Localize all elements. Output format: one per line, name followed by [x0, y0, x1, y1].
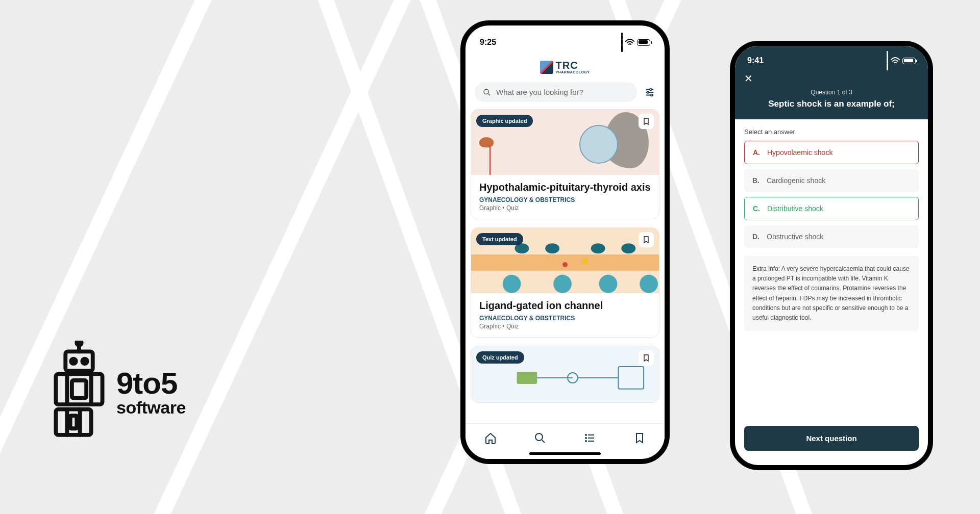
card-meta: Graphic • Quiz: [479, 204, 651, 212]
company-name: 9to5: [116, 366, 186, 401]
svg-point-43: [585, 438, 586, 439]
content-feed[interactable]: Graphic updated Hypothalamic-pituitary-t…: [465, 109, 665, 420]
filter-icon[interactable]: [644, 87, 655, 98]
svg-point-2: [82, 359, 87, 364]
update-badge: Text updated: [476, 233, 523, 245]
svg-line-38: [542, 440, 545, 443]
answer-letter: D.: [752, 233, 760, 241]
bookmark-button[interactable]: [639, 114, 654, 129]
answer-option[interactable]: C. Distributive shock: [744, 197, 919, 220]
card-title: Ligand-gated ion channel: [479, 299, 651, 312]
answer-text: Distributive shock: [767, 204, 823, 213]
card-graphic: Graphic updated: [471, 110, 659, 175]
svg-point-25: [621, 243, 635, 253]
answer-text: Obstructive shock: [767, 233, 823, 241]
card-category: GYNAECOLOGY & OBSTETRICS: [479, 315, 651, 322]
status-time: 9:25: [480, 38, 496, 47]
card-category: GYNAECOLOGY & OBSTETRICS: [479, 196, 651, 203]
svg-rect-9: [56, 409, 91, 435]
status-icons: [887, 51, 916, 70]
answer-list: A. Hypovolaemic shock B. Cardiogenic sho…: [735, 141, 928, 248]
next-question-button[interactable]: Next question: [744, 426, 919, 451]
update-badge: Quiz updated: [476, 351, 524, 364]
trc-mark-icon: [540, 61, 553, 74]
close-button[interactable]: ✕: [744, 72, 753, 85]
svg-point-42: [585, 434, 586, 435]
app-header: TRC PHARMACOLOGY: [465, 55, 665, 82]
update-badge: Graphic updated: [476, 115, 533, 127]
svg-point-29: [640, 275, 658, 293]
content-card[interactable]: Text updated Ligand-gated ion channel GY…: [471, 227, 659, 338]
company-subtitle: software: [116, 398, 186, 418]
phone-home-screen: 9:25 TRC PHARMACOLOGY What are you looki…: [460, 20, 670, 464]
card-graphic: Quiz updated: [471, 346, 659, 402]
home-icon[interactable]: [484, 432, 497, 444]
bookmark-icon: [642, 354, 650, 362]
search-input[interactable]: What are you looking for?: [475, 82, 637, 102]
bookmark-button[interactable]: [639, 350, 654, 366]
svg-line-14: [488, 93, 490, 95]
signal-icon: [887, 51, 888, 70]
svg-point-24: [591, 243, 605, 253]
answer-text: Cardiogenic shock: [767, 176, 825, 185]
svg-point-31: [583, 259, 588, 264]
wifi-icon: [891, 57, 900, 64]
search-tab-icon[interactable]: [534, 432, 546, 444]
answer-text: Hypovolaemic shock: [767, 148, 832, 157]
svg-rect-12: [70, 416, 77, 428]
company-logo: 9to5 software: [51, 341, 186, 443]
svg-point-20: [651, 94, 653, 96]
svg-point-16: [650, 88, 652, 90]
answer-option[interactable]: D. Obstructive shock: [744, 225, 919, 248]
status-icons: [621, 33, 650, 52]
extra-info-box: Extra info: A very severe hypercalcaemia…: [744, 256, 919, 331]
wifi-icon: [625, 39, 634, 46]
select-answer-label: Select an answer: [735, 121, 928, 141]
brand-subtitle: PHARMACOLOGY: [555, 70, 590, 74]
status-bar: 9:41: [744, 49, 919, 71]
content-card[interactable]: Graphic updated Hypothalamic-pituitary-t…: [471, 109, 659, 219]
svg-point-4: [77, 341, 81, 345]
content-card[interactable]: Quiz updated: [471, 346, 659, 403]
answer-letter: A.: [753, 148, 760, 157]
question-title: Septic shock is an example of;: [744, 99, 919, 109]
answer-letter: B.: [752, 176, 760, 185]
svg-point-18: [647, 91, 649, 93]
battery-icon: [637, 39, 650, 46]
bookmarks-tab-icon[interactable]: [633, 432, 646, 444]
bookmark-button[interactable]: [639, 232, 654, 247]
svg-point-44: [585, 441, 586, 442]
search-icon: [483, 88, 491, 96]
svg-rect-36: [618, 367, 644, 389]
search-placeholder: What are you looking for?: [496, 88, 583, 96]
svg-point-28: [599, 275, 618, 293]
signal-icon: [621, 33, 623, 52]
svg-point-26: [503, 275, 521, 293]
svg-point-1: [71, 359, 76, 364]
question-counter: Question 1 of 3: [744, 89, 919, 96]
app-logo: TRC PHARMACOLOGY: [465, 60, 665, 74]
answer-option[interactable]: B. Cardiogenic shock: [744, 169, 919, 192]
svg-point-37: [535, 433, 543, 441]
battery-icon: [902, 58, 916, 64]
svg-point-23: [545, 243, 559, 253]
answer-letter: C.: [753, 204, 760, 213]
phone-quiz-screen: 9:41 ✕ Question 1 of 3 Septic shock is a…: [730, 41, 933, 470]
svg-point-27: [553, 275, 572, 293]
svg-point-30: [562, 262, 568, 267]
bookmark-icon: [642, 117, 650, 125]
bookmark-icon: [642, 236, 650, 244]
home-indicator[interactable]: [529, 452, 601, 455]
card-graphic: Text updated: [471, 228, 659, 293]
status-bar: 9:25: [465, 25, 665, 55]
svg-point-13: [484, 89, 488, 94]
card-meta: Graphic • Quiz: [479, 323, 651, 330]
answer-option[interactable]: A. Hypovolaemic shock: [744, 141, 919, 164]
svg-rect-8: [72, 380, 86, 398]
brand-name: TRC: [555, 60, 578, 70]
card-title: Hypothalamic-pituitary-thyroid axis: [479, 181, 651, 193]
robot-icon: [51, 341, 107, 443]
svg-rect-32: [517, 372, 537, 384]
status-time: 9:41: [747, 56, 764, 65]
list-icon[interactable]: [584, 432, 596, 444]
